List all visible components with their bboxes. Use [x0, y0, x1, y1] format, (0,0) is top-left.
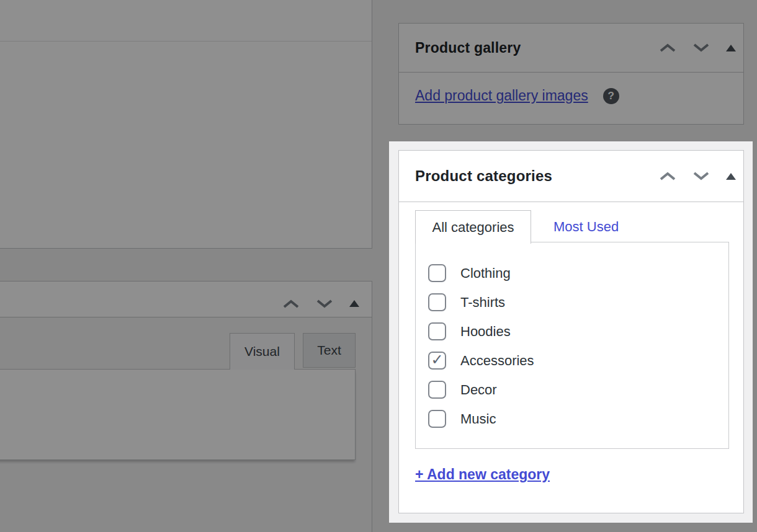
categories-handle-actions: [659, 171, 736, 181]
field-row-divider: [0, 41, 372, 42]
tab-most-used[interactable]: Most Used: [545, 210, 627, 243]
toggle-panel-icon[interactable]: [726, 45, 736, 51]
category-checklist: Clothing T-shirts Hoodies ✓ Accessories: [415, 242, 729, 449]
move-up-icon[interactable]: [282, 299, 300, 309]
move-up-icon[interactable]: [659, 43, 676, 53]
metabox-handle-actions: [282, 299, 359, 309]
checkbox-checked[interactable]: ✓: [428, 352, 446, 370]
editor-tab-text-label: Text: [317, 343, 341, 358]
category-label: Decor: [460, 382, 497, 398]
product-gallery-panel: Product gallery Add product gallery imag…: [398, 23, 744, 125]
product-categories-title: Product categories: [415, 167, 552, 185]
category-row-decor[interactable]: Decor: [428, 375, 728, 404]
product-gallery-header: Product gallery: [399, 24, 743, 73]
editor-tab-text[interactable]: Text: [303, 333, 356, 368]
check-icon: ✓: [431, 352, 443, 367]
left-metabox-top: [0, 0, 372, 249]
category-label: T-shirts: [460, 295, 505, 311]
gallery-handle-actions: [659, 43, 736, 53]
help-icon[interactable]: ?: [603, 88, 619, 104]
category-label: Hoodies: [460, 324, 511, 340]
metabox-header: [0, 282, 372, 317]
checkbox-unchecked[interactable]: [428, 410, 446, 428]
move-up-icon[interactable]: [659, 171, 676, 181]
category-row-music[interactable]: Music: [428, 404, 728, 433]
category-row-tshirts[interactable]: T-shirts: [428, 288, 728, 317]
category-label: Music: [460, 411, 496, 427]
add-gallery-images-link[interactable]: Add product gallery images: [415, 87, 588, 104]
category-row-hoodies[interactable]: Hoodies: [428, 317, 728, 346]
move-down-icon[interactable]: [692, 43, 710, 53]
checkbox-unchecked[interactable]: [428, 322, 446, 340]
product-gallery-title: Product gallery: [415, 40, 521, 56]
product-edit-screen: Visual Text Product gallery Add product …: [0, 0, 757, 532]
category-label: Accessories: [460, 353, 534, 369]
add-new-category-link[interactable]: + Add new category: [415, 466, 550, 483]
toggle-panel-icon[interactable]: [726, 173, 736, 180]
checkbox-unchecked[interactable]: [428, 381, 446, 399]
tab-most-used-label: Most Used: [553, 219, 619, 235]
product-categories-header: Product categories: [399, 151, 743, 202]
move-down-icon[interactable]: [316, 299, 333, 309]
product-categories-panel: Product categories All categories Most U…: [398, 150, 744, 513]
editor-tab-visual[interactable]: Visual: [230, 333, 295, 370]
product-gallery-body: Add product gallery images ?: [399, 73, 743, 104]
category-row-clothing[interactable]: Clothing: [428, 259, 728, 288]
category-row-accessories[interactable]: ✓ Accessories: [428, 346, 728, 375]
toggle-panel-icon[interactable]: [349, 300, 359, 307]
tab-all-categories-label: All categories: [432, 219, 514, 236]
checkbox-unchecked[interactable]: [428, 264, 446, 282]
move-down-icon[interactable]: [692, 171, 710, 181]
editor-tab-visual-label: Visual: [244, 344, 280, 359]
tab-all-categories[interactable]: All categories: [415, 210, 531, 244]
checkbox-unchecked[interactable]: [428, 293, 446, 311]
tutorial-spotlight: Product categories All categories Most U…: [389, 141, 753, 523]
category-label: Clothing: [460, 265, 511, 282]
editor-content-area[interactable]: [0, 369, 356, 460]
